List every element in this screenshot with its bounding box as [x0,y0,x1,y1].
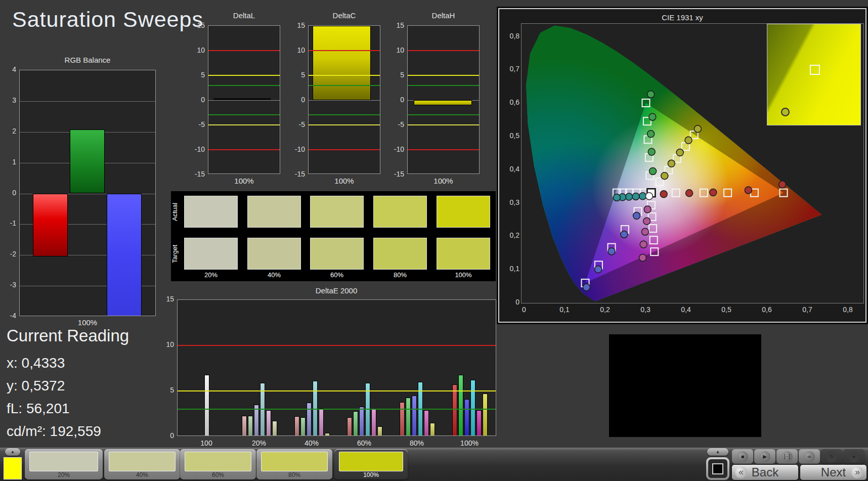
deltae-y-tick: 10 [156,340,174,348]
red-measured-point [779,181,786,188]
deltae-bar [371,409,376,436]
deltae-bar [470,380,475,436]
blue-measured-point [608,248,615,255]
magenta-measured-point [640,241,647,248]
actual-swatch [247,196,301,228]
target-swatch [310,238,364,270]
delta-y-tick: -15 [187,170,205,178]
rgb-bar-blue [107,194,142,317]
cie-x-tick: 0,6 [757,305,777,314]
cie-x-tick: 0,4 [676,305,696,314]
yellow-measured-point [661,172,668,180]
target-row-label: Target [171,238,180,270]
bottom-bar: ▲ 20%40%60%80%100% ▲ ■▶[··]∞↻● « Back Ne… [0,448,868,481]
back-button[interactable]: « Back [732,465,798,480]
delta-bar [313,26,371,100]
delta-y-tick: 15 [386,21,404,29]
deltae-bar [300,417,306,436]
magenta-measured-point [644,206,651,213]
collapse-arrow-icon[interactable]: ▲ [5,448,20,456]
page-title: Saturation Sweeps [12,7,203,32]
deltae-bar [406,398,411,436]
ref-line [309,50,380,51]
target-swatch [373,238,427,270]
deltae-bar [272,421,277,436]
pattern-patch-20%[interactable]: 20% [25,449,103,479]
next-button[interactable]: Next » [800,465,866,480]
green-measured-point [649,167,657,174]
cie-y-tick: 0,7 [500,65,519,73]
delta-y-tick: -5 [187,120,205,128]
pattern-patch-40%[interactable]: 40% [104,449,180,479]
delta-y-tick: -15 [287,170,305,178]
ref-line [408,85,479,86]
delta-chart-title: DeltaH [407,11,480,20]
delta-chart-title: DeltaL [208,11,280,20]
delta-y-tick: -15 [386,170,404,178]
ref-line [208,124,280,125]
pattern-window-button[interactable] [706,457,729,480]
rgb-balance-title: RGB Balance [19,56,156,64]
pattern-patch-100%[interactable]: 100% [334,449,408,479]
cyan-measured-point [639,193,646,200]
patch-swatch [185,452,251,471]
ref-line [309,149,380,150]
panel-arrow-icon[interactable]: ▲ [707,448,728,456]
patch-swatch [339,452,403,471]
pattern-window-frame [708,459,727,478]
cie-y-tick: 0,3 [500,198,519,206]
actual-swatch [310,196,364,228]
blue-measured-point [621,231,628,238]
magenta-measured-point [643,217,650,225]
pattern-patch-80%[interactable]: 80% [256,449,332,479]
cie-inset-zoom [767,24,861,125]
rgb-y-tick: 4 [0,65,16,73]
patch-label: 80% [256,471,332,478]
refresh-button: ↻ [821,449,842,464]
cie-x-tick: 0,8 [838,305,858,314]
inset-measured-dot [781,108,790,116]
cyan-measured-point [613,194,620,201]
ref-line [408,50,479,51]
cie-1931-panel: CIE 1931 xy 0,80,70,60,50,40,30,20,1000,… [498,8,866,323]
deltae-bar [430,423,435,436]
stop-button[interactable]: ■ [732,449,753,464]
target-swatch [247,238,301,270]
inset-target-square [810,65,820,75]
green-measured-point [647,130,655,138]
swatch-col-label: 100% [437,271,490,279]
patch-swatch [261,452,328,471]
deltae-bar [483,393,488,436]
delta-zero-line [208,100,280,101]
delta-y-tick: 0 [287,96,305,104]
cie-title: CIE 1931 xy [499,13,865,22]
cie-x-tick: 0,7 [797,305,817,314]
deltae-bar [325,433,330,436]
deltae-y-tick: 15 [156,295,174,303]
swatch-col-label: 60% [310,271,364,279]
red-measured-point [686,190,693,197]
ref-line [408,114,479,115]
measure-continuous-button[interactable]: ∞ [799,449,820,464]
deltae-chart [177,299,496,436]
deltae-bar [424,410,429,436]
ref-line [178,345,496,346]
rgb-balance-x-label: 100% [19,318,156,327]
delta-y-tick: 15 [187,21,205,29]
rgb-gridline [20,101,155,102]
cie-y-tick: 0,2 [500,231,519,239]
delta-x-label: 100% [407,177,480,185]
measure-step-button[interactable]: [··] [776,449,798,464]
delta-y-tick: 10 [386,46,404,54]
pattern-patch-60%[interactable]: 60% [180,449,256,479]
reading-cdm2-value: cd/m²: 192,559 [7,423,101,440]
deltae-bar [294,416,299,436]
deltae-bar [359,407,364,436]
patch-swatch [29,452,98,471]
yellow-measured-point [668,160,675,167]
cie-y-tick: 0,8 [500,32,519,40]
deltae-bar [458,375,463,436]
play-button[interactable]: ▶ [754,449,775,464]
next-chevron-icon: » [851,466,863,478]
delta-y-tick: 0 [386,96,404,104]
